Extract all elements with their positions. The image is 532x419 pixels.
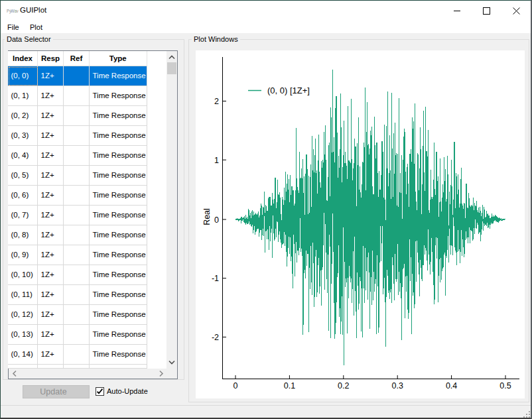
- svg-text:Real: Real: [202, 208, 212, 225]
- svg-text:0.3: 0.3: [392, 381, 403, 390]
- svg-text:2: 2: [214, 97, 219, 106]
- svg-text:0.5: 0.5: [499, 381, 511, 390]
- svg-text:0: 0: [214, 215, 219, 225]
- svg-text:0.2: 0.2: [338, 381, 349, 390]
- svg-text:0.4: 0.4: [446, 381, 457, 390]
- svg-text:-1: -1: [212, 274, 219, 283]
- svg-text:0: 0: [233, 381, 238, 390]
- svg-text:1: 1: [214, 156, 219, 165]
- svg-text:-2: -2: [212, 333, 219, 342]
- svg-text:0.1: 0.1: [284, 381, 295, 390]
- svg-text:(0, 0) [1Z+]: (0, 0) [1Z+]: [267, 86, 310, 95]
